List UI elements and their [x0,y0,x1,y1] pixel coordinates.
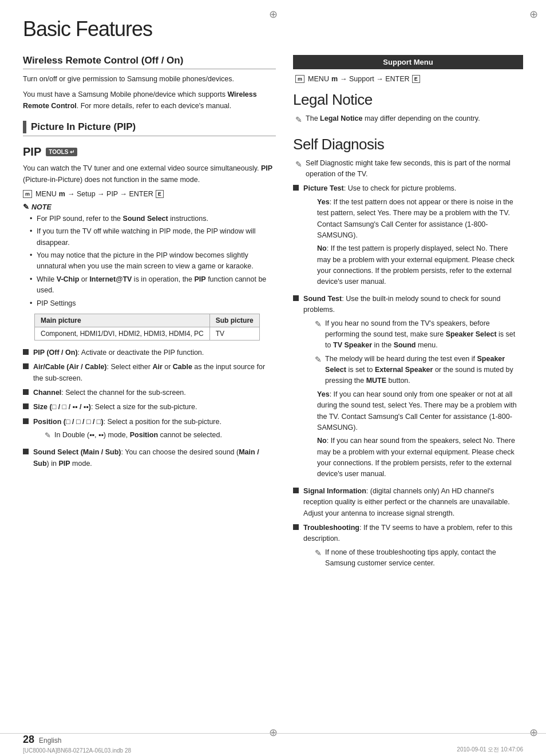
bullet-icon [23,349,29,355]
sound-test-no: No: If you can hear sound from the speak… [317,436,523,480]
pencil-icon-legal: ✎ [295,114,302,126]
page-footer: 28 English [0,733,546,746]
support-menu-box: Support Menu [293,55,523,69]
bullet-icon [23,449,29,454]
self-diagnosis-section: Self Diagnosis ✎ Self Diagnostic might t… [293,136,523,572]
bullet-icon [293,185,299,191]
legal-bold: Legal Notice [320,114,362,122]
self-diag-note-text: Self Diagnostic might take few seconds, … [306,158,523,180]
left-column: Wireless Remote Control (Off / On) Turn … [23,55,276,580]
support-menu-icon: m [295,75,304,83]
support-enter-icon: E [412,75,420,83]
pip-menu-text: MENU [35,190,57,198]
pencil-icon-sound1: ✎ [315,318,322,331]
note-header: ✎NOTE [23,203,276,211]
wireless-body2-post: . For more details, refer to each device… [77,102,232,110]
note-list: For PIP sound, refer to the Sound Select… [23,213,276,309]
note-item-5: PIP Settings [30,298,276,309]
wireless-body2-pre: You must have a Samsung Mobile phone/dev… [23,90,227,98]
bullet-troubleshooting: Troubleshooting: If the TV seems to have… [293,523,523,572]
position-note: ✎ In Double (▪▪, ▪▪) mode, Position cann… [45,430,276,441]
tools-arrow-icon: ↵ [70,149,74,155]
sound-test-yes: Yes: If you can hear sound only from one… [317,389,523,434]
footer-filename: [UC8000-NA]BN68-02712A-06L03.indb 28 [23,747,131,754]
menu-icon: m [23,190,32,198]
pencil-icon-pos: ✎ [45,430,51,441]
bullet-icon [23,363,29,369]
bullet-icon [293,295,299,301]
note-section: ✎NOTE For PIP sound, refer to the Sound … [23,203,276,309]
support-menu-m: m [331,75,338,83]
wireless-section: Wireless Remote Control (Off / On) Turn … [23,55,276,112]
self-diag-title: Self Diagnosis [293,136,523,153]
support-menu-label: Support Menu [383,58,433,66]
bullet-sound-test: Sound Test: Use the built-in melody soun… [293,294,523,482]
right-column: Support Menu m MENU m → Support → ENTER … [293,55,523,580]
pip-section-title: Picture In Picture (PIP) [31,121,136,133]
bullet-icon [23,389,29,395]
crosshair-top: ⊕ [269,8,278,21]
table-row: Component, HDMI1/DVI, HDMI2, HDMI3, HDMI… [35,327,260,340]
note-item-1: For PIP sound, refer to the Sound Select… [30,213,276,224]
note-item-4: While V-Chip or Internet@TV is in operat… [30,274,276,296]
sound-test-note1: ✎ If you hear no sound from the TV's spe… [315,318,523,351]
page-lang: English [39,737,61,745]
tools-badge-text: TOOLS [49,149,68,155]
section-bar-indicator [23,121,26,133]
bullet-icon [23,403,29,409]
pip-section-bar: Picture In Picture (PIP) [23,121,276,136]
picture-test-yes: Yes: If the test pattern does not appear… [317,197,523,242]
support-menu-arrow: → Support → ENTER [340,75,410,83]
legal-notice-title: Legal Notice [293,91,523,109]
legal-note: ✎ The Legal Notice may differ depending … [293,113,523,126]
note-item-3: You may notice that the picture in the P… [30,250,276,272]
pip-menu-m: m [59,190,65,198]
pip-title-row: PIP TOOLS ↵ [23,145,276,159]
bullet-pip-onoff: PIP (Off / On): Activate or deactivate t… [23,347,276,358]
table-cell-main: Component, HDMI1/DVI, HDMI2, HDMI3, HDMI… [35,327,210,340]
support-menu-path: m MENU m → Support → ENTER E [293,75,523,83]
pip-section: Picture In Picture (PIP) PIP TOOLS ↵ You… [23,121,276,469]
bullet-position: Position (□ / □ / □ / □): Select a posit… [23,417,276,444]
bullet-icon [293,524,299,530]
legal-notice-section: Legal Notice ✎ The Legal Notice may diff… [293,91,523,126]
bullet-icon [293,488,299,493]
crosshair-right: ⊕ [529,8,538,21]
bullet-size: Size (□ / □ / ▪▪ / ▪▪): Select a size fo… [23,402,276,413]
bullet-signal-info: Signal Information: (digital channels on… [293,486,523,519]
page-title: Basic Features [23,17,523,41]
page-number: 28 [23,734,34,746]
pip-body: You can watch the TV tuner and one exter… [23,163,276,185]
bullet-picture-test: Picture Test: Use to check for picture p… [293,183,523,290]
table-col1-header: Main picture [35,314,210,327]
pip-table: Main picture Sub picture Component, HDMI… [34,314,260,341]
legal-note-post: may differ depending on the country. [362,114,480,122]
wireless-title: Wireless Remote Control (Off / On) [23,55,276,69]
pip-menu-arrow: → Setup → PIP → ENTER [68,190,153,198]
pencil-icon-sound2: ✎ [315,354,322,366]
table-col2-header: Sub picture [209,314,259,327]
support-menu-text: MENU [308,75,329,83]
pip-body-pre: You can watch the TV tuner and one exter… [23,164,261,172]
wireless-body2: You must have a Samsung Mobile phone/dev… [23,89,276,112]
pip-body-post: (Picture-in-Picture) does not function i… [23,176,200,184]
tools-badge: TOOLS ↵ [46,148,77,156]
pip-menu-path: m MENU m → Setup → PIP → ENTER E [23,190,276,198]
enter-icon: E [156,190,164,198]
footer-datetime: 2010-09-01 오전 10:47:06 [457,746,523,754]
bullet-sound-select: Sound Select (Main / Sub): You can choos… [23,447,276,469]
pip-body-bold: PIP [261,164,272,172]
pip-label: PIP [23,145,41,159]
bullet-aircable: Air/Cable (Air / Cable): Select either A… [23,362,276,384]
note-item-2: If you turn the TV off while watching in… [30,226,276,248]
sound-test-note2: ✎ The melody will be heard during the te… [315,354,523,387]
pencil-icon-trouble: ✎ [315,547,322,560]
self-diag-note: ✎ Self Diagnostic might take few seconds… [293,158,523,180]
pencil-icon: ✎ [23,203,29,211]
pencil-icon-selfdiag: ✎ [295,159,302,171]
troubleshooting-note: ✎ If none of these troubleshooting tips … [315,547,523,569]
legal-note-pre: The [306,114,320,122]
picture-test-no: No: If the test pattern is properly disp… [317,243,523,288]
wireless-body1: Turn on/off or give permission to Samsun… [23,74,276,85]
table-cell-sub: TV [209,327,259,340]
